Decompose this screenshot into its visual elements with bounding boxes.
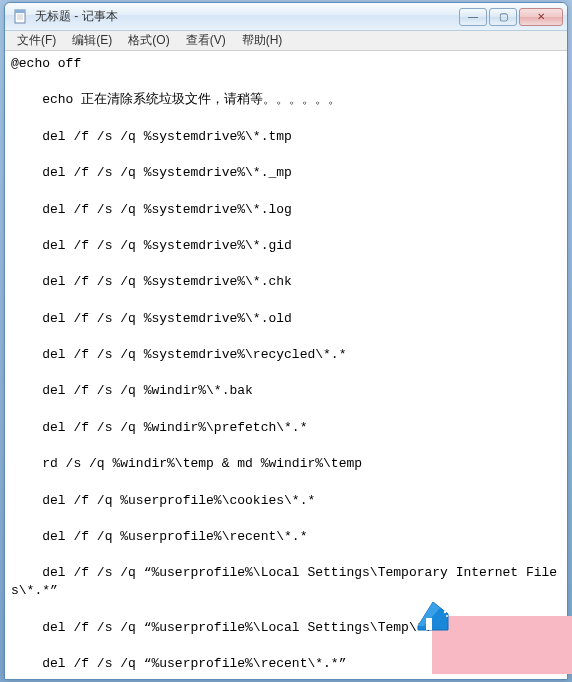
menu-help[interactable]: 帮助(H) xyxy=(234,30,291,51)
maximize-button[interactable]: ▢ xyxy=(489,8,517,26)
svg-point-7 xyxy=(448,609,450,611)
notepad-icon xyxy=(13,9,29,25)
svg-point-8 xyxy=(446,615,448,617)
watermark-logo-icon xyxy=(412,596,454,634)
svg-rect-1 xyxy=(15,10,25,13)
minimize-icon: — xyxy=(468,11,478,22)
menu-edit[interactable]: 编辑(E) xyxy=(64,30,120,51)
svg-point-6 xyxy=(444,611,446,613)
maximize-icon: ▢ xyxy=(499,11,508,22)
minimize-button[interactable]: — xyxy=(459,8,487,26)
notepad-window: 无标题 - 记事本 — ▢ ✕ 文件(F) 编辑(E) 格式(O) 查看(V) … xyxy=(4,2,568,680)
menu-view[interactable]: 查看(V) xyxy=(178,30,234,51)
menu-file[interactable]: 文件(F) xyxy=(9,30,64,51)
window-controls: — ▢ ✕ xyxy=(459,8,563,26)
titlebar[interactable]: 无标题 - 记事本 — ▢ ✕ xyxy=(5,3,567,31)
window-title: 无标题 - 记事本 xyxy=(33,8,459,25)
close-icon: ✕ xyxy=(537,11,545,22)
text-editor-area[interactable]: @echo off echo 正在清除系统垃圾文件，请稍等。。。。。。 del … xyxy=(5,51,567,679)
menubar: 文件(F) 编辑(E) 格式(O) 查看(V) 帮助(H) xyxy=(5,31,567,51)
menu-format[interactable]: 格式(O) xyxy=(120,30,177,51)
close-button[interactable]: ✕ xyxy=(519,8,563,26)
svg-rect-5 xyxy=(426,618,432,630)
